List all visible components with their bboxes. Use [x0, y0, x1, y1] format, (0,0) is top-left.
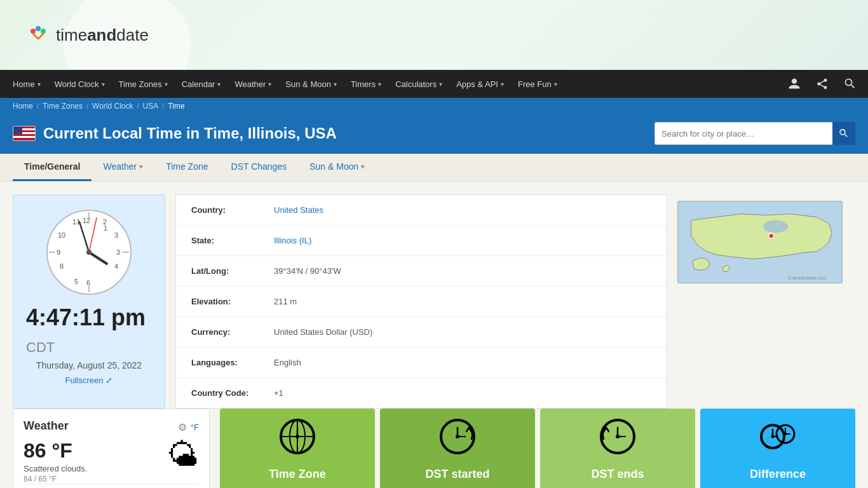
- state-link[interactable]: Illinois (IL): [274, 236, 311, 245]
- country-link[interactable]: United States: [274, 205, 323, 215]
- breadcrumb-time-zones[interactable]: Time Zones: [43, 102, 83, 111]
- analog-clock: 12 3 6 9 1 4 5 8 10 11 2 3: [44, 208, 133, 297]
- nav-timers[interactable]: Timers ▾: [344, 70, 388, 98]
- clock-card: 12 3 6 9 1 4 5 8 10 11 2 3 4:47:11 pm CD…: [13, 194, 165, 409]
- info-card-timezone-title: Time Zone: [269, 468, 326, 481]
- currency-value: United States Dollar (USD): [266, 322, 380, 342]
- globe-clock-icon: [278, 417, 316, 463]
- info-card-difference[interactable]: Difference 2 hours ahead of Los Angeles: [700, 409, 855, 488]
- country-code-value: +1: [266, 383, 291, 403]
- logo-text: timeanddate: [56, 25, 149, 45]
- tab-weather[interactable]: Weather ▾: [92, 154, 154, 181]
- chevron-down-icon: ▾: [139, 163, 143, 171]
- info-card-dst-started-title: DST started: [425, 468, 489, 481]
- svg-text:9: 9: [57, 248, 60, 256]
- svg-text:6: 6: [86, 279, 90, 287]
- svg-text:2: 2: [103, 218, 107, 226]
- table-row: Lat/Long: 39°34'N / 90°43'W: [176, 256, 667, 287]
- nav-calculators[interactable]: Calculators ▾: [389, 70, 449, 98]
- digital-time: 4:47:11 pm CDT: [26, 304, 152, 358]
- header-band: Current Local Time in Time, Illinois, US…: [0, 114, 868, 154]
- logo-icon: [25, 22, 51, 48]
- location-info-table: Country: United States State: Illinois (…: [175, 194, 667, 409]
- svg-text:8: 8: [60, 262, 64, 270]
- timezone-label: CDT: [26, 339, 55, 355]
- svg-point-26: [763, 220, 788, 233]
- table-row: Country: United States: [176, 195, 667, 226]
- nav-home[interactable]: Home ▾: [6, 70, 47, 98]
- chevron-down-icon: ▾: [165, 81, 168, 88]
- weather-current-icon: 🌤: [167, 439, 199, 471]
- forecast-row-fri: Fri 26. ☀️ 83 / 66 °F: [24, 484, 199, 488]
- weather-unit-toggle[interactable]: °F: [191, 423, 199, 432]
- svg-point-27: [769, 233, 774, 238]
- nav-calendar[interactable]: Calendar ▾: [175, 70, 227, 98]
- elevation-value: 211 m: [266, 292, 304, 311]
- nav-time-zones[interactable]: Time Zones ▾: [112, 70, 174, 98]
- chevron-down-icon: ▾: [378, 81, 381, 88]
- clock-back-icon: [599, 417, 637, 463]
- usa-map[interactable]: © timeanddate.com: [677, 201, 843, 283]
- nav-world-clock[interactable]: World Clock ▾: [48, 70, 111, 98]
- bottom-section: Weather ⚙ °F 86 °F Scattered clouds. 84 …: [13, 409, 855, 488]
- svg-text:10: 10: [58, 231, 65, 239]
- top-content: 12 3 6 9 1 4 5 8 10 11 2 3 4:47:11 pm CD…: [0, 182, 868, 409]
- svg-point-2: [36, 26, 41, 31]
- nav-apps-api[interactable]: Apps & API ▾: [450, 70, 510, 98]
- search-icon[interactable]: [839, 72, 862, 95]
- page-title: Current Local Time in Time, Illinois, US…: [43, 125, 337, 142]
- nav-bar: Home ▾ World Clock ▾ Time Zones ▾ Calend…: [0, 70, 868, 98]
- share-icon[interactable]: [811, 72, 834, 95]
- languages-value: English: [266, 353, 309, 372]
- info-card-dst-ends[interactable]: DST ends Nov 6, 2022 Back 1 hour: [540, 409, 695, 488]
- table-row: Country Code: +1: [176, 378, 667, 408]
- svg-text:5: 5: [74, 278, 78, 285]
- chevron-down-icon: ▾: [268, 81, 271, 88]
- fullscreen-link[interactable]: Fullscreen ⤢: [65, 376, 113, 385]
- tab-sun-moon[interactable]: Sun & Moon ▾: [298, 154, 376, 181]
- chevron-down-icon: ▾: [217, 81, 220, 88]
- table-row: Elevation: 211 m: [176, 287, 667, 317]
- info-card-dst-ends-title: DST ends: [591, 468, 644, 481]
- chevron-down-icon: ▾: [102, 81, 105, 88]
- table-row: State: Illinois (IL): [176, 226, 667, 256]
- breadcrumb-home[interactable]: Home: [13, 102, 33, 111]
- map-container: © timeanddate.com: [677, 194, 855, 409]
- weather-range: 84 / 65 °F: [24, 475, 87, 484]
- logo[interactable]: timeanddate: [25, 22, 149, 48]
- chevron-down-icon: ▾: [554, 81, 557, 88]
- breadcrumb-usa[interactable]: USA: [143, 102, 159, 111]
- tab-time-zone[interactable]: Time Zone: [154, 154, 219, 181]
- fullscreen-icon: ⤢: [105, 376, 112, 385]
- tab-bar: Time/General Weather ▾ Time Zone DST Cha…: [0, 154, 868, 182]
- svg-text:12: 12: [83, 217, 90, 224]
- info-cards: Time Zone CDT (Central Daylight Time) UT…: [220, 409, 855, 488]
- search-group: [654, 122, 855, 145]
- search-input[interactable]: [654, 122, 832, 145]
- tab-time-general[interactable]: Time/General: [13, 154, 92, 181]
- nav-icons: [783, 72, 862, 95]
- nav-free-fun[interactable]: Free Fun ▾: [512, 70, 564, 98]
- breadcrumb: Home / Time Zones / World Clock / USA / …: [0, 98, 868, 114]
- tab-dst-changes[interactable]: DST Changes: [220, 154, 299, 181]
- chevron-down-icon: ▾: [439, 81, 442, 88]
- chevron-down-icon: ▾: [361, 163, 365, 171]
- nav-sun-moon[interactable]: Sun & Moon ▾: [279, 70, 343, 98]
- breadcrumb-world-clock[interactable]: World Clock: [92, 102, 133, 111]
- chevron-down-icon: ▾: [501, 81, 504, 88]
- two-clocks-icon: [759, 417, 797, 463]
- weather-temp: 86 °F: [24, 439, 87, 463]
- latlong-value: 39°34'N / 90°43'W: [266, 261, 349, 281]
- search-button[interactable]: [832, 122, 855, 145]
- info-card-timezone[interactable]: Time Zone CDT (Central Daylight Time) UT…: [220, 409, 375, 488]
- account-icon[interactable]: [783, 72, 806, 95]
- svg-text:© timeanddate.com: © timeanddate.com: [788, 276, 826, 280]
- nav-weather[interactable]: Weather ▾: [228, 70, 278, 98]
- weather-title: Weather: [24, 419, 69, 433]
- table-row: Languages: English: [176, 348, 667, 378]
- info-section: Country: United States State: Illinois (…: [175, 194, 667, 409]
- weather-settings-icon[interactable]: ⚙: [178, 421, 187, 433]
- info-card-dst-started[interactable]: DST started Mar 13, 2022 Forward 1 hour: [380, 409, 535, 488]
- weather-panel: Weather ⚙ °F 86 °F Scattered clouds. 84 …: [13, 409, 210, 488]
- chevron-down-icon: ▾: [334, 81, 337, 88]
